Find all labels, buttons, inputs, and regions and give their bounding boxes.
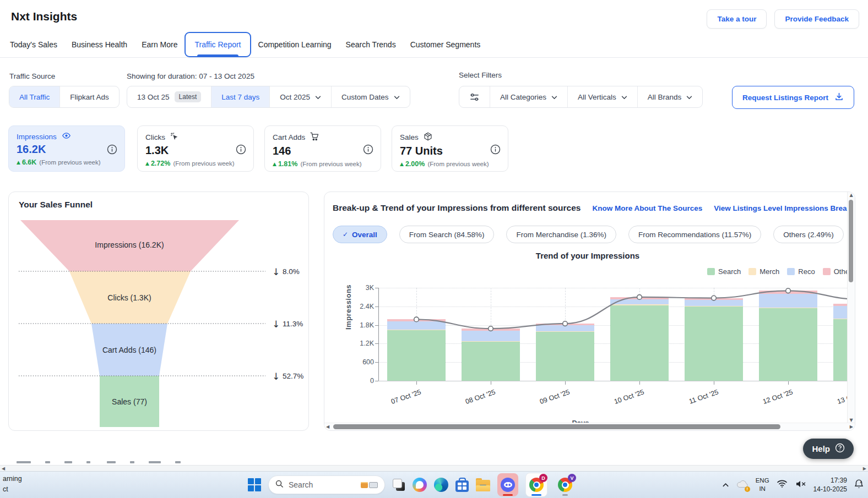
funnel-stage-label: Cart Adds (146) [102,346,156,354]
info-icon[interactable] [236,144,246,157]
kpi-delta: ▲2.00%(From previous week) [400,160,500,168]
clock[interactable]: 17:3914-10-2025 [813,476,847,494]
help-button[interactable]: Help [803,439,854,459]
filter-dropdown-all-verticals[interactable]: All Verticals [568,86,638,107]
notification-bell-icon[interactable]: z [854,479,864,491]
tab-competition-learning[interactable]: Competition Learning [251,33,339,56]
language-indicator[interactable]: ENGIN [756,477,769,493]
bar-segment-others [610,297,669,299]
wifi-icon[interactable] [777,479,788,490]
provide-feedback-button[interactable]: Provide Feedback [774,9,859,29]
panel-horizontal-scrollbar[interactable]: ◀ ▶ [324,423,855,430]
chevron-down-icon [394,93,400,101]
horizontal-scroll-thumb[interactable] [333,424,780,429]
scroll-down-icon[interactable]: ▼ [848,418,855,423]
help-label: Help [812,444,830,453]
filter-dropdown-label: All Brands [648,93,682,101]
duration-option-13-oct-25[interactable]: 13 Oct 25Latest [127,86,211,107]
page-scroll-right-icon[interactable]: ▶ [863,466,866,472]
kpi-value: 146 [273,145,373,157]
page-horizontal-scrollbar[interactable]: ◀ ▶ [0,465,868,472]
scroll-right-icon[interactable]: ▶ [850,423,853,430]
kpi-delta-note: (From previous week) [300,161,361,167]
filter-dropdown-all-brands[interactable]: All Brands [638,86,703,107]
kpi-card-sales[interactable]: Sales77 Units▲2.00%(From previous week) [392,125,508,172]
discord-icon[interactable] [497,473,518,496]
kpi-delta-note: (From previous week) [39,159,100,166]
x-tick-label: 08 Oct '25 [444,388,496,412]
bar-segment-search [387,330,446,381]
tab-customer-segments[interactable]: Customer Segments [403,33,488,56]
bar-segment-merch [610,304,669,305]
filter-dropdown-all-categories[interactable]: All Categories [490,86,568,107]
duration-option-last-7-days[interactable]: Last 7 days [211,86,270,107]
chrome-profile-v-icon[interactable]: V [555,473,576,496]
clipped-next-section [17,461,195,464]
taskbar-search[interactable]: Search [268,475,385,494]
tab-business-health[interactable]: Business Health [64,33,134,56]
search-icon [275,480,284,490]
tab-today-s-sales[interactable]: Today's Sales [3,33,64,56]
scroll-up-icon[interactable]: ▲ [848,193,855,198]
panel-vertical-scrollbar[interactable]: ▲ ▼ [847,192,855,423]
kpi-delta-value: 2.72% [151,160,170,167]
x-tick [714,381,714,385]
bar-segment-merch [685,306,743,307]
kpi-card-impressions[interactable]: Impressions16.2K▲6.6K(From previous week… [8,125,125,172]
kpi-delta-note: (From previous week) [173,160,234,167]
bar-segment-others [685,298,743,300]
take-a-tour-button[interactable]: Take a tour [707,9,767,29]
request-listings-report-button[interactable]: Request Listings Report [732,86,854,109]
vertical-scroll-thumb[interactable] [849,200,853,282]
bar-segment-search [536,332,594,381]
chrome-profile-d-icon[interactable]: D [525,473,547,497]
x-tick-label: 07 Oct '25 [370,388,422,412]
scroll-left-icon[interactable]: ◀ [326,423,329,430]
kpi-label-row: Cart Adds [273,132,373,143]
drop-arrow-icon: ↓ [272,371,280,382]
bar-segment-reco [610,299,669,304]
y-tick-label: 0 [341,377,374,385]
search-placeholder: Search [289,480,313,489]
tab-traffic-report[interactable]: Traffic Report [185,32,251,57]
kpi-value: 16.2K [17,143,117,156]
x-tick [565,381,566,385]
x-tick-label: 09 Oct '25 [518,388,571,412]
tab-search-trends[interactable]: Search Trends [339,33,403,56]
drop-arrow-icon: ↓ [272,266,280,277]
kpi-card-clicks[interactable]: Clicks1.3K▲2.72%(From previous week) [137,125,254,172]
bar-segment-reco [685,300,743,306]
info-icon[interactable] [363,144,373,157]
x-tick [788,381,789,385]
kpi-delta: ▲6.6K(From previous week) [17,158,117,166]
click-icon [170,132,178,142]
volume-muted-icon[interactable] [795,480,806,490]
duration-option-oct-2025[interactable]: Oct 2025 [270,86,332,107]
edge-icon[interactable] [434,478,448,492]
impressions-breakup-panel: Break-up & Trend of your Impressions fro… [324,191,855,431]
start-button[interactable] [248,478,261,491]
info-icon[interactable] [490,144,501,157]
windows-taskbar: arning ct Search D V ! [0,472,868,498]
bar-segment-search [610,305,669,381]
y-tick-label: 1.2K [341,340,374,347]
traffic-option-all-traffic[interactable]: All Traffic [9,86,60,107]
bar-segment-reco [759,294,817,308]
kpi-delta-value: 1.81% [278,160,297,168]
traffic-option-flipkart-ads[interactable]: Flipkart Ads [60,86,119,107]
info-icon[interactable] [107,144,117,157]
tab-earn-more[interactable]: Earn More [134,33,185,56]
chevron-down-icon [621,93,627,101]
copilot-icon[interactable] [413,478,427,492]
microsoft-store-icon[interactable] [455,480,469,492]
search-highlight-image[interactable] [361,482,378,488]
kpi-card-cart-adds[interactable]: Cart Adds146▲1.81%(From previous week) [264,125,381,172]
file-explorer-icon[interactable] [476,480,490,491]
task-view-icon[interactable] [392,478,405,491]
duration-option-custom-dates[interactable]: Custom Dates [332,86,410,107]
filter-settings-button[interactable] [459,86,490,107]
kpi-value: 1.3K [145,144,246,157]
page-scroll-left-icon[interactable]: ◀ [2,466,5,472]
onedrive-warning-icon[interactable]: ! [736,480,748,490]
tray-chevron-up-icon[interactable] [722,480,729,490]
